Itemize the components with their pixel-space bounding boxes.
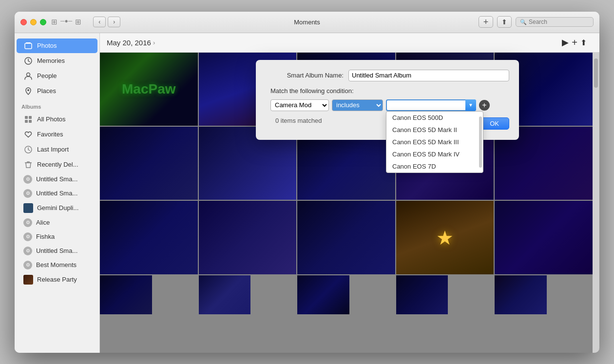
- field-select-wrapper: Camera Model: [270, 99, 329, 111]
- sidebar-toggle-icon[interactable]: ⊞: [51, 18, 58, 26]
- sidebar-item-recently-deleted[interactable]: Recently Del...: [17, 157, 97, 172]
- photo-cell[interactable]: [297, 201, 395, 274]
- dropdown-item-1[interactable]: Canon EOS 5D Mark II: [386, 124, 483, 136]
- trash-icon: [23, 160, 33, 170]
- fishka-label: Fishka: [36, 233, 55, 240]
- photo-cell[interactable]: [297, 275, 349, 314]
- gemini-thumb: [23, 203, 33, 213]
- dropdown-scrollbar[interactable]: [479, 116, 482, 168]
- last-import-label: Last Import: [37, 146, 69, 153]
- slider-icon: ─●─: [60, 18, 72, 26]
- condition-type-wrapper: includes: [332, 99, 383, 111]
- photo-cell[interactable]: MacPaw: [100, 53, 198, 126]
- search-bar[interactable]: 🔍: [516, 17, 594, 27]
- back-button[interactable]: ‹: [93, 17, 106, 27]
- search-input[interactable]: [529, 19, 587, 25]
- photo-cell[interactable]: [100, 275, 152, 314]
- grid-icon[interactable]: ⊞: [75, 18, 81, 26]
- sidebar-item-gemini[interactable]: Gemini Dupli...: [17, 201, 97, 215]
- untitled1-label: Untitled Sma...: [36, 175, 77, 183]
- play-button[interactable]: ▶: [562, 37, 569, 48]
- text-input-container: ▼ Canon EOS 500D Canon EOS 5D Mark II Ca…: [386, 99, 476, 111]
- sidebar-item-release-party[interactable]: Release Party: [17, 272, 97, 287]
- sidebar-item-fishka[interactable]: ⚙ Fishka: [17, 230, 97, 244]
- best-moments-label: Best Moments: [36, 261, 77, 268]
- date-text: May 20, 2016: [107, 38, 151, 47]
- dropdown-item-0[interactable]: Canon EOS 500D: [386, 112, 483, 124]
- dropdown-item-3[interactable]: Canon EOS 5D Mark IV: [386, 148, 483, 160]
- photo-cell[interactable]: [199, 275, 251, 314]
- dropdown-item-2[interactable]: Canon EOS 5D Mark III: [386, 136, 483, 148]
- svg-point-4: [27, 89, 29, 91]
- photo-cell[interactable]: [396, 275, 448, 314]
- minimize-button[interactable]: [30, 19, 37, 25]
- sidebar-item-alice[interactable]: ⚙ Alice: [17, 216, 97, 230]
- share-button[interactable]: ⬆: [497, 16, 512, 28]
- gemini-label: Gemini Dupli...: [37, 204, 78, 211]
- main-window: ⊞ ─●─ ⊞ ‹ › Moments + ⬆ 🔍 Photos: [15, 12, 599, 353]
- release-party-label: Release Party: [37, 276, 77, 283]
- albums-section-title: Albums: [15, 99, 99, 112]
- sidebar-item-favorites[interactable]: Favorites: [17, 127, 97, 142]
- sidebar-item-photos[interactable]: Photos: [17, 38, 97, 53]
- add-condition-button[interactable]: +: [479, 100, 490, 111]
- svg-rect-1: [26, 42, 31, 43]
- gear-icon-fishka: ⚙: [23, 232, 32, 241]
- condition-row: Camera Model includes ▼: [266, 99, 509, 111]
- field-select[interactable]: Camera Model: [270, 99, 329, 111]
- items-matched-text: 0 items matched: [270, 117, 322, 124]
- scroll-thumb[interactable]: [594, 58, 598, 88]
- photo-cell[interactable]: [495, 275, 547, 314]
- scrollbar[interactable]: [593, 53, 599, 353]
- smart-album-dialog: Smart Album Name: Match the following co…: [256, 60, 519, 140]
- favorites-label: Favorites: [37, 131, 63, 138]
- sidebar-item-memories[interactable]: Memories: [17, 54, 97, 68]
- memories-icon: [23, 56, 33, 66]
- svg-rect-7: [25, 120, 28, 123]
- photo-cell[interactable]: [495, 201, 593, 274]
- camera-model-dropdown: Canon EOS 500D Canon EOS 5D Mark II Cano…: [386, 111, 483, 173]
- ok-button[interactable]: OK: [480, 117, 509, 130]
- all-photos-label: All Photos: [37, 115, 66, 123]
- album-name-input[interactable]: [348, 70, 509, 81]
- recently-deleted-label: Recently Del...: [37, 161, 78, 168]
- photo-cell[interactable]: [100, 201, 198, 274]
- sidebar-item-places[interactable]: Places: [17, 84, 97, 98]
- release-party-thumb: [23, 275, 33, 285]
- photos-icon: [23, 41, 33, 51]
- close-button[interactable]: [20, 19, 27, 25]
- titlebar-nav: ‹ ›: [93, 17, 120, 27]
- sidebar-item-people[interactable]: People: [17, 69, 97, 83]
- photo-cell[interactable]: [100, 127, 198, 200]
- sidebar-item-all-photos[interactable]: All Photos: [17, 112, 97, 127]
- photos-label: Photos: [37, 42, 57, 49]
- people-label: People: [37, 72, 57, 79]
- fullscreen-button[interactable]: [40, 19, 46, 25]
- condition-text-input[interactable]: [386, 99, 476, 111]
- photo-cell[interactable]: ★: [396, 201, 494, 274]
- date-arrow: ›: [153, 39, 155, 46]
- last-import-icon: [23, 145, 33, 154]
- favorites-icon: [23, 130, 33, 139]
- svg-rect-0: [25, 43, 32, 49]
- svg-rect-6: [29, 116, 32, 119]
- places-label: Places: [37, 87, 56, 95]
- dropdown-arrow-button[interactable]: ▼: [465, 99, 476, 111]
- forward-button[interactable]: ›: [108, 17, 120, 27]
- svg-rect-8: [29, 120, 32, 123]
- photo-cell[interactable]: [199, 201, 297, 274]
- untitled3-label: Untitled Sma...: [36, 247, 77, 254]
- plus-button[interactable]: +: [572, 37, 577, 48]
- dropdown-item-4[interactable]: Canon EOS 7D: [386, 160, 483, 172]
- sidebar-item-untitled3[interactable]: ⚙ Untitled Sma...: [17, 244, 97, 258]
- share-button-2[interactable]: ⬆: [580, 38, 587, 47]
- add-button[interactable]: +: [479, 16, 493, 28]
- sidebar-item-untitled2[interactable]: ⚙ Untitled Sma...: [17, 187, 97, 200]
- gear-icon-3: ⚙: [23, 247, 32, 255]
- all-photos-icon: [23, 115, 33, 124]
- sidebar-item-last-import[interactable]: Last Import: [17, 142, 97, 157]
- condition-type-select[interactable]: includes: [332, 99, 383, 111]
- sidebar-item-untitled1[interactable]: ⚙ Untitled Sma...: [17, 172, 97, 186]
- dialog-name-row: Smart Album Name:: [266, 70, 509, 81]
- sidebar-item-best-moments[interactable]: ⚙ Best Moments: [17, 258, 97, 272]
